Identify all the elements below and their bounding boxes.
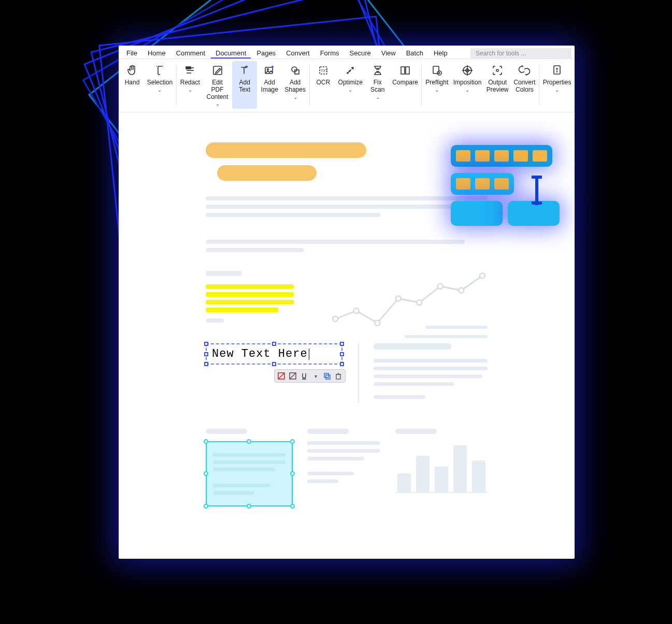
resize-handle[interactable] xyxy=(340,342,344,346)
copy-icon[interactable] xyxy=(323,372,331,380)
svg-text:TXT: TXT xyxy=(321,69,328,72)
menu-document[interactable]: Document xyxy=(211,48,251,59)
underline-icon[interactable] xyxy=(300,372,308,380)
svg-point-34 xyxy=(459,288,464,293)
ribbon-addtext-button[interactable]: Add Text xyxy=(232,61,257,109)
chevron-down-icon: ⌄ xyxy=(158,87,162,93)
convertcolors-icon xyxy=(518,63,531,78)
ribbon-label: Optimize xyxy=(338,79,363,86)
ribbon-label: Fix Scan xyxy=(370,79,384,94)
resize-handle[interactable] xyxy=(204,439,208,444)
text-edit-box[interactable]: New Text Here xyxy=(206,343,342,365)
svg-point-11 xyxy=(347,72,348,74)
ribbon-edit-button[interactable]: Edit PDF Content⌄ xyxy=(203,61,233,109)
svg-point-32 xyxy=(417,300,422,306)
addtext-icon xyxy=(238,63,251,78)
resize-handle[interactable] xyxy=(247,439,251,444)
ribbon-properties-button[interactable]: Properties⌄ xyxy=(540,61,574,109)
text-mini-toolbar: ▾ xyxy=(274,369,346,383)
menu-view[interactable]: View xyxy=(377,48,401,59)
ribbon-optimize-button[interactable]: Optimize⌄ xyxy=(336,61,365,109)
menu-home[interactable]: Home xyxy=(143,48,170,59)
menu-batch[interactable]: Batch xyxy=(402,48,428,59)
resize-handle[interactable] xyxy=(340,362,344,366)
ribbon-label: Compare xyxy=(392,79,418,86)
menu-convert[interactable]: Convert xyxy=(281,48,314,59)
menu-file[interactable]: File xyxy=(122,48,142,59)
heading-placeholder xyxy=(217,165,317,181)
ribbon-hand-button[interactable]: Hand xyxy=(120,61,145,109)
widget-row[interactable] xyxy=(451,201,503,226)
menu-forms[interactable]: Forms xyxy=(316,48,344,59)
svg-rect-18 xyxy=(433,66,439,74)
chevron-down-icon[interactable]: ▾ xyxy=(311,372,320,380)
text-edit-area[interactable]: New Text Here ▾ xyxy=(206,343,342,403)
ribbon-preflight-button[interactable]: Preflight⌄ xyxy=(423,61,451,109)
svg-point-35 xyxy=(480,273,485,279)
floating-widget xyxy=(451,145,560,232)
resize-handle[interactable] xyxy=(247,504,251,509)
ribbon-selection-button[interactable]: Selection⌄ xyxy=(145,61,175,109)
svg-rect-25 xyxy=(554,66,560,74)
ribbon-compare-button[interactable]: Compare xyxy=(390,61,421,109)
ribbon-label: Add Image xyxy=(261,79,278,94)
resize-handle[interactable] xyxy=(204,362,208,366)
resize-handle[interactable] xyxy=(204,504,208,509)
selected-block[interactable] xyxy=(206,441,293,506)
ribbon-label: Redact xyxy=(180,79,200,86)
imposition-icon xyxy=(461,63,474,78)
svg-point-6 xyxy=(267,69,269,70)
resize-handle[interactable] xyxy=(204,342,208,346)
outputpreview-icon xyxy=(491,63,504,78)
svg-rect-42 xyxy=(326,375,330,379)
ribbon-outputpreview-button[interactable]: Output Preview xyxy=(484,61,511,109)
ribbon-ocr-button[interactable]: TXTOCR xyxy=(311,61,336,109)
ribbon-label: Add Shapes xyxy=(284,79,306,94)
app-window: File Home Comment Document Pages Convert… xyxy=(119,46,575,559)
delete-icon[interactable] xyxy=(334,372,342,380)
menubar: File Home Comment Document Pages Convert… xyxy=(119,46,575,59)
widget-row[interactable] xyxy=(451,173,514,195)
resize-handle[interactable] xyxy=(204,471,208,476)
resize-handle[interactable] xyxy=(290,471,295,476)
ribbon-redact-button[interactable]: Redact⌄ xyxy=(178,61,203,109)
menu-help[interactable]: Help xyxy=(429,48,452,59)
chevron-down-icon: ⌄ xyxy=(216,101,220,107)
search-input[interactable] xyxy=(470,48,571,59)
ribbon-addshapes-button[interactable]: Add Shapes⌄ xyxy=(282,61,308,109)
resize-handle[interactable] xyxy=(290,504,295,509)
resize-handle[interactable] xyxy=(272,342,276,346)
subheading xyxy=(206,271,242,276)
text-line xyxy=(206,318,224,323)
ribbon-imposition-button[interactable]: Imposition⌄ xyxy=(451,61,484,109)
ribbon-addimage-button[interactable]: Add Image xyxy=(257,61,282,109)
addimage-icon xyxy=(263,63,276,78)
resize-handle[interactable] xyxy=(340,352,344,356)
chevron-down-icon: ⌄ xyxy=(465,87,469,93)
edit-text-content[interactable]: New Text Here xyxy=(212,347,308,360)
text-cursor-icon xyxy=(533,177,540,205)
ribbon-label: Convert Colors xyxy=(513,79,535,94)
resize-handle[interactable] xyxy=(290,439,295,444)
ribbon-label: Imposition xyxy=(453,79,482,86)
text-line xyxy=(206,205,474,209)
widget-row[interactable] xyxy=(451,145,552,167)
ribbon-label: Edit PDF Content xyxy=(206,79,230,100)
no-border-icon[interactable] xyxy=(289,372,297,380)
menu-pages[interactable]: Pages xyxy=(252,48,280,59)
resize-handle[interactable] xyxy=(272,362,276,366)
highlighted-lines xyxy=(206,284,309,312)
svg-point-31 xyxy=(396,296,401,301)
menu-secure[interactable]: Secure xyxy=(345,48,376,59)
ribbon-fixscan-button[interactable]: Fix Scan⌄ xyxy=(365,61,390,109)
no-fill-icon[interactable] xyxy=(277,372,285,380)
ribbon-convertcolors-button[interactable]: Convert Colors xyxy=(511,61,538,109)
ribbon-label: OCR xyxy=(316,79,330,86)
svg-point-26 xyxy=(556,68,557,69)
compare-icon xyxy=(399,63,411,78)
svg-rect-41 xyxy=(324,373,328,378)
ribbon: HandSelection⌄Redact⌄Edit PDF Content⌄Ad… xyxy=(119,59,575,112)
chevron-down-icon: ⌄ xyxy=(435,87,439,93)
menu-comment[interactable]: Comment xyxy=(171,48,210,59)
resize-handle[interactable] xyxy=(204,352,208,356)
